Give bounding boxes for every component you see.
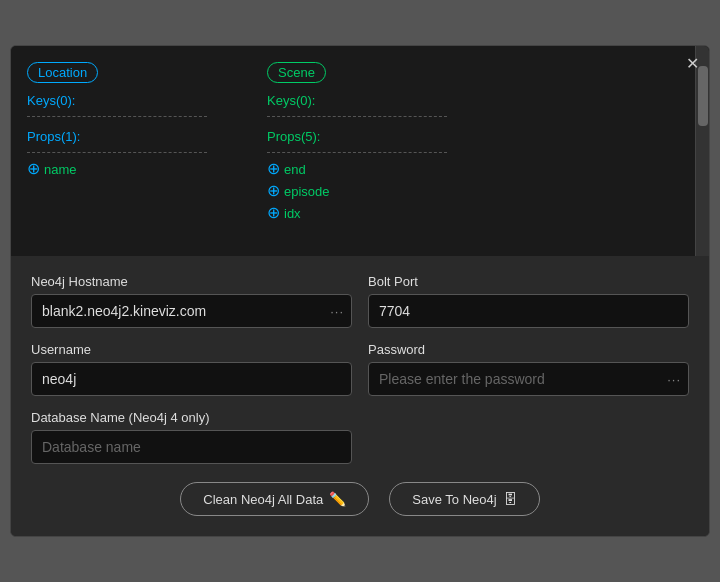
scene-props-label: Props(5): bbox=[267, 129, 447, 144]
db-name-input-wrapper bbox=[31, 430, 352, 464]
hostname-dots-icon bbox=[330, 304, 344, 319]
db-name-input[interactable] bbox=[31, 430, 352, 464]
bolt-port-group: Bolt Port bbox=[368, 274, 689, 328]
graph-preview: Location Keys(0): Props(1): ⊕ name Scene… bbox=[11, 46, 709, 256]
scene-prop-end: ⊕ end bbox=[267, 161, 447, 177]
password-dots-icon bbox=[667, 372, 681, 387]
bolt-port-input-wrapper bbox=[368, 294, 689, 328]
db-name-group: Database Name (Neo4j 4 only) bbox=[31, 410, 689, 464]
graph-scrollbar-thumb bbox=[698, 66, 708, 126]
scene-prop-idx: ⊕ idx bbox=[267, 205, 447, 221]
location-props-label: Props(1): bbox=[27, 129, 207, 144]
database-name-row: Database Name (Neo4j 4 only) bbox=[31, 410, 689, 464]
location-prop-name: ⊕ name bbox=[27, 161, 207, 177]
username-password-row: Username Password bbox=[31, 342, 689, 396]
hostname-input[interactable] bbox=[31, 294, 352, 328]
plus-icon-end: ⊕ bbox=[267, 161, 280, 177]
username-input[interactable] bbox=[31, 362, 352, 396]
scene-node-label: Scene bbox=[267, 62, 326, 83]
username-label: Username bbox=[31, 342, 352, 357]
form-area: Neo4j Hostname Bolt Port Username bbox=[11, 256, 709, 536]
scene-column: Scene Keys(0): Props(5): ⊕ end ⊕ episode… bbox=[267, 62, 447, 221]
bolt-port-label: Bolt Port bbox=[368, 274, 689, 289]
clean-icon: ✏️ bbox=[329, 491, 346, 507]
plus-icon-episode: ⊕ bbox=[267, 183, 280, 199]
hostname-menu-button[interactable] bbox=[330, 304, 344, 319]
scene-keys-label: Keys(0): bbox=[267, 93, 447, 108]
password-menu-button[interactable] bbox=[667, 372, 681, 387]
plus-icon-name: ⊕ bbox=[27, 161, 40, 177]
save-to-neo4j-button[interactable]: Save To Neo4j 🗄 bbox=[389, 482, 539, 516]
hostname-input-wrapper bbox=[31, 294, 352, 328]
password-label: Password bbox=[368, 342, 689, 357]
location-column: Location Keys(0): Props(1): ⊕ name bbox=[27, 62, 207, 221]
hostname-port-row: Neo4j Hostname Bolt Port bbox=[31, 274, 689, 328]
location-keys-label: Keys(0): bbox=[27, 93, 207, 108]
clean-neo4j-label: Clean Neo4j All Data bbox=[203, 492, 323, 507]
plus-icon-idx: ⊕ bbox=[267, 205, 280, 221]
scene-prop-idx-text: idx bbox=[284, 206, 301, 221]
location-node-label: Location bbox=[27, 62, 98, 83]
db-name-label: Database Name (Neo4j 4 only) bbox=[31, 410, 689, 425]
password-group: Password bbox=[368, 342, 689, 396]
graph-scrollbar[interactable] bbox=[695, 46, 709, 256]
scene-prop-end-text: end bbox=[284, 162, 306, 177]
main-modal: ✕ Location Keys(0): Props(1): ⊕ name Sce… bbox=[10, 45, 710, 537]
hostname-label: Neo4j Hostname bbox=[31, 274, 352, 289]
username-group: Username bbox=[31, 342, 352, 396]
save-icon: 🗄 bbox=[503, 491, 517, 507]
close-button[interactable]: ✕ bbox=[686, 54, 699, 73]
save-neo4j-label: Save To Neo4j bbox=[412, 492, 496, 507]
username-input-wrapper bbox=[31, 362, 352, 396]
scene-prop-episode: ⊕ episode bbox=[267, 183, 447, 199]
action-buttons-row: Clean Neo4j All Data ✏️ Save To Neo4j 🗄 bbox=[31, 482, 689, 516]
bolt-port-input[interactable] bbox=[368, 294, 689, 328]
password-input[interactable] bbox=[368, 362, 689, 396]
location-prop-name-text: name bbox=[44, 162, 77, 177]
scene-prop-episode-text: episode bbox=[284, 184, 330, 199]
hostname-group: Neo4j Hostname bbox=[31, 274, 352, 328]
clean-neo4j-button[interactable]: Clean Neo4j All Data ✏️ bbox=[180, 482, 369, 516]
password-input-wrapper bbox=[368, 362, 689, 396]
